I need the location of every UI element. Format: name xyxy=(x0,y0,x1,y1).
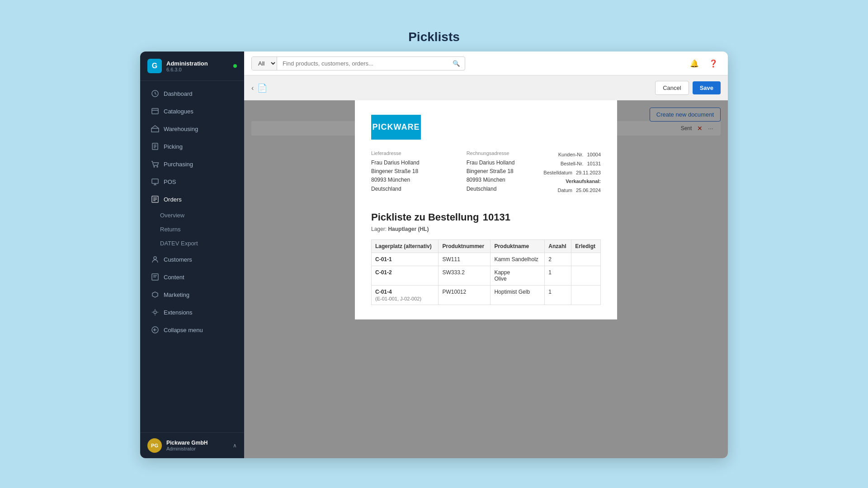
sidebar-item-extensions-label: Extensions xyxy=(164,309,193,316)
warehouse-name: Hauptlager (HL) xyxy=(388,226,429,232)
svg-point-17 xyxy=(154,257,156,259)
app-version: 6.6.3.0 xyxy=(166,67,233,72)
search-input[interactable] xyxy=(277,57,448,70)
delivery-name: Frau Darius Holland xyxy=(371,159,448,167)
row-1-done xyxy=(571,266,601,285)
row-2-done xyxy=(571,285,601,305)
row-1-product-name: KappeOlive xyxy=(491,266,545,285)
table-row: C-01-1SW111Kamm Sandelholz2 xyxy=(372,253,601,266)
sidebar-item-pos-label: POS xyxy=(164,178,176,185)
sidebar-item-picking-label: Picking xyxy=(164,143,183,150)
catalogues-icon xyxy=(151,107,159,115)
table-row: C-01-4(E-01-001, J-02-002)PW10012Hoptimi… xyxy=(372,285,601,305)
col-product-name: Produktname xyxy=(491,239,545,253)
marketing-icon xyxy=(151,291,159,299)
billing-city: 80993 München xyxy=(467,176,544,184)
sidebar-item-catalogues-label: Catalogues xyxy=(164,108,193,115)
col-location: Lagerplatz (alternativ) xyxy=(372,239,439,253)
logo-text: PICKWARE xyxy=(372,122,420,132)
order-nr-label: Bestell-Nr. xyxy=(561,160,584,169)
picklist-document: PICKWARE Lieferadresse Frau Darius Holla… xyxy=(355,100,617,319)
warehousing-icon xyxy=(151,125,159,133)
back-button[interactable]: ‹ xyxy=(251,84,254,92)
pos-icon xyxy=(151,178,159,186)
svg-point-9 xyxy=(157,166,158,167)
billing-country: Deutschland xyxy=(467,185,544,193)
sidebar: G Administration 6.6.3.0 Dashboard Catal… xyxy=(140,52,244,458)
sidebar-item-extensions[interactable]: Extensions xyxy=(144,304,241,321)
user-avatar: PG xyxy=(147,438,162,453)
sidebar-item-overview[interactable]: Overview xyxy=(140,208,244,222)
billing-street: Bingener Straße 18 xyxy=(467,167,544,176)
notifications-icon[interactable]: 🔔 xyxy=(687,56,702,70)
app-window: G Administration 6.6.3.0 Dashboard Catal… xyxy=(140,52,728,458)
search-icon: 🔍 xyxy=(453,60,460,67)
user-menu-toggle[interactable]: ∧ xyxy=(233,442,237,449)
pick-table: Lagerplatz (alternativ) Produktnummer Pr… xyxy=(371,239,601,305)
sidebar-item-customers[interactable]: Customers xyxy=(144,251,241,268)
sidebar-item-purchasing[interactable]: Purchasing xyxy=(144,155,241,173)
row-0-location: C-01-1 xyxy=(372,253,439,266)
help-icon[interactable]: ❓ xyxy=(706,56,721,70)
delivery-street: Bingener Straße 18 xyxy=(371,167,448,176)
search-dropdown[interactable]: All xyxy=(252,57,277,70)
sidebar-item-datev[interactable]: DATEV Export xyxy=(140,236,244,250)
collapse-icon xyxy=(151,326,159,334)
sidebar-item-content[interactable]: Content xyxy=(144,268,241,286)
delivery-country: Deutschland xyxy=(371,185,448,193)
sidebar-item-dashboard[interactable]: Dashboard xyxy=(144,85,241,102)
date-value: 25.06.2024 xyxy=(576,186,601,195)
dashboard-icon xyxy=(151,89,159,98)
sidebar-item-picking[interactable]: Picking xyxy=(144,138,241,155)
search-button[interactable]: 🔍 xyxy=(448,57,465,70)
row-2-product-nr: PW10012 xyxy=(439,285,491,305)
delivery-address-label: Lieferadresse xyxy=(371,150,448,156)
sidebar-item-returns[interactable]: Returns xyxy=(140,222,244,236)
app-info: Administration 6.6.3.0 xyxy=(166,60,233,72)
sidebar-item-marketing[interactable]: Marketing xyxy=(144,286,241,303)
extensions-icon xyxy=(151,308,159,316)
sidebar-nav: Dashboard Catalogues Warehousing xyxy=(140,81,244,432)
row-1-product-nr: SW333.2 xyxy=(439,266,491,285)
sidebar-item-orders[interactable]: Orders xyxy=(144,191,241,208)
delivery-address: Lieferadresse Frau Darius Holland Bingen… xyxy=(371,150,448,193)
collapse-label: Collapse menu xyxy=(164,327,203,333)
sidebar-item-warehousing[interactable]: Warehousing xyxy=(144,120,241,137)
table-row: C-01-2SW333.2KappeOlive1 xyxy=(372,266,601,285)
app-name: Administration xyxy=(166,60,233,67)
customer-nr-label: Kunden-Nr. xyxy=(558,150,584,160)
order-number-bold: 10131 xyxy=(483,211,510,223)
orders-icon xyxy=(151,195,159,203)
sidebar-item-collapse[interactable]: Collapse menu xyxy=(144,321,241,338)
status-indicator xyxy=(233,64,237,68)
sales-channel-label: Verkaufskanal: xyxy=(566,177,601,186)
picklist-title: Pickliste zu Bestellung 10131 xyxy=(371,211,601,223)
save-button[interactable]: Save xyxy=(693,81,721,94)
sidebar-item-orders-label: Orders xyxy=(164,196,182,203)
sidebar-item-warehousing-label: Warehousing xyxy=(164,126,198,132)
sidebar-item-pos[interactable]: POS xyxy=(144,173,241,190)
date-label: Datum xyxy=(558,186,572,195)
row-1-quantity: 1 xyxy=(545,266,571,285)
warehouse-info: Lager: Hauptlager (HL) xyxy=(371,226,601,232)
cancel-button[interactable]: Cancel xyxy=(655,81,689,95)
customer-nr-value: 10004 xyxy=(587,150,601,160)
row-2-quantity: 1 xyxy=(545,285,571,305)
col-product-nr: Produktnummer xyxy=(439,239,491,253)
svg-point-8 xyxy=(154,166,155,167)
order-date-label: Bestelldatum xyxy=(543,169,572,178)
content-icon xyxy=(151,273,159,281)
sidebar-header: G Administration 6.6.3.0 xyxy=(140,52,244,81)
svg-point-21 xyxy=(154,311,156,314)
order-date-value: 29.11.2023 xyxy=(576,169,601,178)
billing-address-label: Rechnungsadresse xyxy=(467,150,544,156)
topbar: All 🔍 🔔 ❓ xyxy=(244,52,728,75)
billing-address: Rechnungsadresse Frau Darius Holland Bin… xyxy=(467,150,544,193)
user-info: Pickware GmbH Administrator xyxy=(166,440,233,451)
row-2-product-name: Hoptimist Gelb xyxy=(491,285,545,305)
order-nr-value: 10131 xyxy=(587,160,601,169)
svg-rect-3 xyxy=(151,128,159,132)
sidebar-item-catalogues[interactable]: Catalogues xyxy=(144,103,241,120)
company-logo: PICKWARE xyxy=(371,115,421,140)
row-0-done xyxy=(571,253,601,266)
